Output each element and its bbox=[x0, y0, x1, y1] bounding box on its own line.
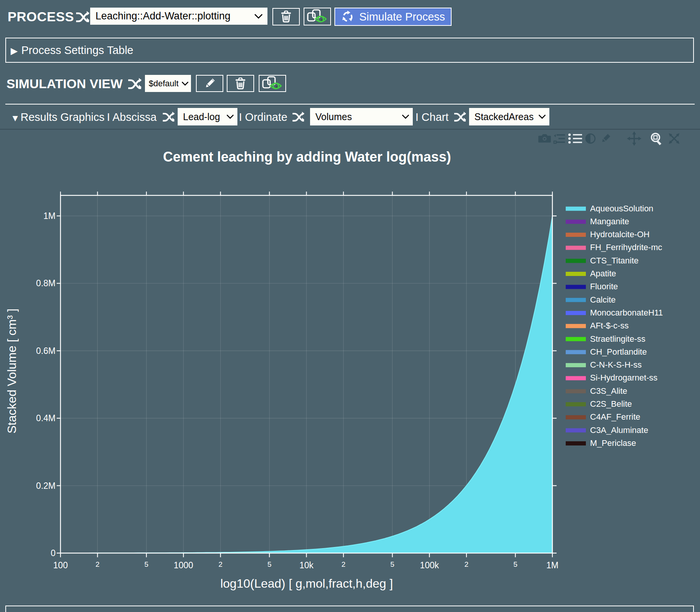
svg-text:1M: 1M bbox=[43, 211, 56, 221]
svg-text:C2S_Belite: C2S_Belite bbox=[590, 399, 632, 409]
svg-text:C3A_Aluminate: C3A_Aluminate bbox=[590, 425, 648, 435]
svg-text:CTS_Titanite: CTS_Titanite bbox=[590, 256, 639, 265]
svg-text:AFt-$-c-ss: AFt-$-c-ss bbox=[590, 321, 628, 330]
svg-text:1000: 1000 bbox=[174, 560, 193, 570]
svg-text:2: 2 bbox=[95, 560, 100, 568]
svg-text:5: 5 bbox=[390, 560, 395, 568]
svg-text:AqueousSolution: AqueousSolution bbox=[590, 204, 653, 213]
svg-text:0.4M: 0.4M bbox=[36, 413, 56, 423]
svg-text:0.6M: 0.6M bbox=[36, 346, 56, 356]
svg-text:100: 100 bbox=[53, 560, 68, 570]
svg-text:5: 5 bbox=[145, 560, 149, 568]
svg-text:1M: 1M bbox=[546, 560, 558, 570]
svg-text:2: 2 bbox=[218, 560, 223, 568]
svg-text:log10(Lead) [ g,mol,fract,h,de: log10(Lead) [ g,mol,fract,h,deg ] bbox=[220, 577, 393, 590]
svg-text:Manganite: Manganite bbox=[590, 217, 629, 226]
svg-text:10k: 10k bbox=[299, 560, 314, 570]
svg-text:Apatite: Apatite bbox=[590, 269, 616, 278]
svg-text:C-N-K-S-H-ss: C-N-K-S-H-ss bbox=[590, 360, 642, 369]
svg-text:CH_Portlandite: CH_Portlandite bbox=[590, 347, 647, 357]
svg-text:5: 5 bbox=[513, 560, 517, 568]
svg-text:Stacked Volume [ cm³ ]: Stacked Volume [ cm³ ] bbox=[5, 308, 19, 433]
svg-text:Straetlingite-ss: Straetlingite-ss bbox=[590, 334, 646, 344]
svg-text:C4AF_Ferrite: C4AF_Ferrite bbox=[590, 412, 640, 422]
svg-text:Fluorite: Fluorite bbox=[590, 282, 618, 291]
svg-text:C3S_Alite: C3S_Alite bbox=[590, 386, 627, 396]
svg-text:Si-Hydrogarnet-ss: Si-Hydrogarnet-ss bbox=[590, 373, 657, 382]
svg-text:2: 2 bbox=[342, 560, 346, 568]
svg-text:0: 0 bbox=[51, 548, 56, 558]
svg-text:100k: 100k bbox=[420, 560, 439, 570]
svg-text:M_Periclase: M_Periclase bbox=[590, 438, 636, 448]
svg-text:5: 5 bbox=[267, 560, 272, 568]
svg-text:2: 2 bbox=[465, 560, 469, 568]
svg-text:Calcite: Calcite bbox=[590, 295, 616, 304]
svg-text:MonocarbonateH11: MonocarbonateH11 bbox=[590, 308, 663, 317]
svg-text:0.8M: 0.8M bbox=[36, 278, 56, 288]
svg-text:Hydrotalcite-OH: Hydrotalcite-OH bbox=[590, 230, 649, 239]
svg-text:0.2M: 0.2M bbox=[36, 481, 56, 491]
svg-text:FH_Ferrihydrite-mc: FH_Ferrihydrite-mc bbox=[590, 243, 662, 252]
